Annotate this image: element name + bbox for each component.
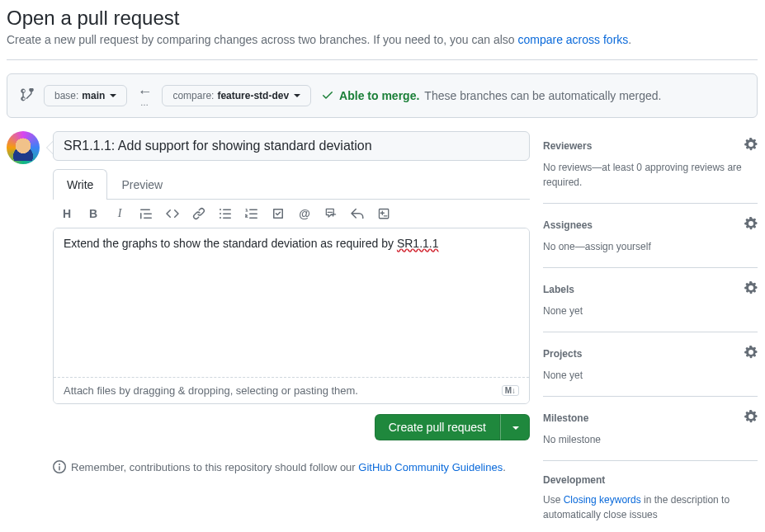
- comment-box: Write Preview H B I @: [53, 131, 530, 440]
- development-text: Use Closing keywords in the description …: [543, 492, 758, 522]
- milestone-text: No milestone: [543, 432, 758, 447]
- projects-title: Projects: [543, 348, 582, 360]
- task-list-icon[interactable]: [271, 206, 286, 221]
- compare-branch-select[interactable]: compare: feature-std-dev: [162, 85, 311, 106]
- quote-icon[interactable]: [139, 206, 153, 221]
- attach-hint: Attach files by dragging & dropping, sel…: [64, 384, 358, 397]
- compare-forks-link[interactable]: compare across forks: [517, 33, 628, 46]
- gear-icon[interactable]: [744, 281, 758, 297]
- body-wrapper: Extend the graphs to show the standard d…: [53, 228, 530, 404]
- editor-tabs: Write Preview: [53, 169, 530, 200]
- check-icon: [321, 88, 334, 104]
- assign-yourself-link[interactable]: assign yourself: [585, 241, 651, 252]
- arrow-left-icon: ←…: [137, 84, 152, 107]
- link-icon[interactable]: [191, 206, 206, 221]
- cross-reference-icon[interactable]: [323, 206, 338, 221]
- subtitle-post: .: [628, 33, 631, 46]
- labels-text: None yet: [543, 304, 758, 318]
- footer-pre: Remember, contributions to this reposito…: [71, 461, 358, 473]
- closing-keywords-link[interactable]: Closing keywords: [564, 494, 641, 506]
- assignees-section: Assignees No one—assign yourself: [543, 217, 758, 268]
- create-pr-dropdown[interactable]: [500, 414, 530, 440]
- code-icon[interactable]: [165, 206, 180, 221]
- create-pr-button[interactable]: Create pull request: [375, 414, 500, 440]
- reviewers-title: Reviewers: [543, 140, 592, 152]
- info-icon: [53, 460, 66, 473]
- tab-write[interactable]: Write: [53, 169, 107, 200]
- body-text-pre: Extend the graphs to show the standard d…: [64, 237, 397, 250]
- assignees-pre: No one—: [543, 241, 585, 252]
- attach-bar[interactable]: Attach files by dragging & dropping, sel…: [54, 377, 529, 403]
- milestone-title: Milestone: [543, 412, 588, 424]
- projects-section: Projects None yet: [543, 346, 758, 397]
- base-branch-select[interactable]: base: main: [44, 85, 127, 106]
- able-to-merge-label: Able to merge.: [339, 89, 419, 102]
- development-title: Development: [543, 474, 605, 486]
- caret-down-icon: [512, 426, 519, 430]
- gear-icon[interactable]: [744, 410, 758, 426]
- italic-icon[interactable]: I: [112, 206, 127, 221]
- form-actions: Create pull request: [53, 414, 530, 440]
- page-subtitle: Create a new pull request by comparing c…: [7, 33, 758, 46]
- footer-note: Remember, contributions to this reposito…: [53, 460, 530, 473]
- labels-section: Labels None yet: [543, 281, 758, 332]
- bold-icon[interactable]: B: [86, 206, 101, 221]
- avatar: [7, 131, 40, 164]
- reviewers-text: No reviews—at least 0 approving reviews …: [543, 160, 758, 190]
- compare-value: feature-std-dev: [217, 90, 289, 101]
- compare-label: compare:: [172, 90, 214, 101]
- gear-icon[interactable]: [744, 138, 758, 153]
- assignees-title: Assignees: [543, 219, 593, 231]
- gear-icon[interactable]: [744, 346, 758, 361]
- pr-title-input[interactable]: [53, 131, 530, 161]
- reviewers-section: Reviewers No reviews—at least 0 approvin…: [543, 138, 758, 204]
- footer-post: .: [503, 461, 506, 473]
- mention-icon[interactable]: @: [297, 206, 312, 221]
- formatting-toolbar: H B I @: [53, 200, 530, 228]
- git-compare-icon: [21, 88, 34, 104]
- pr-body-input[interactable]: Extend the graphs to show the standard d…: [54, 228, 529, 377]
- subtitle-text: Create a new pull request by comparing c…: [7, 33, 517, 46]
- caret-down-icon: [110, 94, 116, 97]
- branch-compare-bar: base: main ←… compare: feature-std-dev A…: [7, 73, 758, 118]
- diff-icon[interactable]: [376, 206, 391, 221]
- reply-icon[interactable]: [350, 206, 365, 221]
- projects-text: None yet: [543, 368, 758, 383]
- guidelines-link[interactable]: GitHub Community Guidelines: [358, 461, 503, 473]
- speech-caret: [46, 141, 53, 154]
- milestone-section: Milestone No milestone: [543, 410, 758, 461]
- base-value: main: [82, 90, 105, 101]
- tab-preview[interactable]: Preview: [107, 169, 177, 200]
- body-text-error: SR1.1.1: [397, 237, 439, 250]
- unordered-list-icon[interactable]: [218, 206, 233, 221]
- development-section: Development Use Closing keywords in the …: [543, 474, 758, 532]
- assignees-text: No one—assign yourself: [543, 239, 758, 254]
- page-title: Open a pull request: [7, 7, 758, 30]
- merge-status: Able to merge. These branches can be aut…: [321, 88, 661, 104]
- dev-pre: Use: [543, 494, 564, 506]
- gear-icon[interactable]: [744, 217, 758, 233]
- base-label: base:: [54, 90, 78, 101]
- ordered-list-icon[interactable]: [244, 206, 259, 221]
- merge-description: These branches can be automatically merg…: [424, 89, 661, 102]
- labels-title: Labels: [543, 284, 574, 295]
- sidebar: Reviewers No reviews—at least 0 approvin…: [543, 131, 758, 532]
- heading-icon[interactable]: H: [59, 206, 74, 221]
- caret-down-icon: [294, 94, 300, 97]
- markdown-icon[interactable]: M↓: [502, 385, 519, 396]
- divider: [7, 59, 758, 60]
